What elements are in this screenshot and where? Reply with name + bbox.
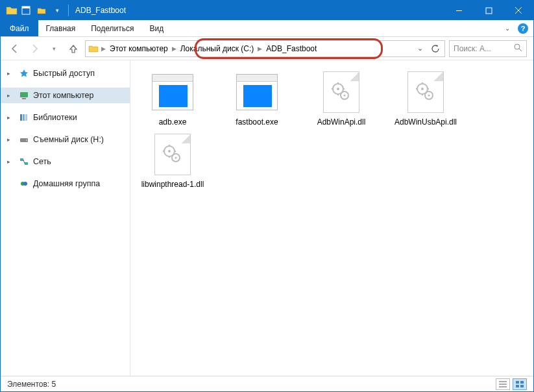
refresh-button[interactable] (428, 41, 443, 56)
icons-view-button[interactable] (513, 378, 527, 390)
svg-point-37 (168, 150, 171, 153)
up-button[interactable] (66, 41, 81, 56)
file-item[interactable]: libwinpthread-1.dll (137, 132, 208, 189)
svg-rect-9 (22, 98, 26, 99)
tab-share[interactable]: Поделиться (83, 20, 141, 36)
svg-rect-47 (516, 381, 519, 384)
quick-access-toolbar: ▾ (1, 3, 64, 18)
svg-rect-8 (20, 92, 28, 97)
chevron-right-icon[interactable]: ▸ (7, 70, 10, 77)
nav-network[interactable]: ▸ Сеть (1, 154, 130, 169)
breadcrumb-root[interactable]: Этот компьютер (107, 41, 171, 56)
chevron-right-icon[interactable]: ▸ (7, 136, 10, 143)
chevron-right-icon[interactable]: ▸ (7, 92, 10, 99)
search-placeholder: Поиск: A... (454, 44, 491, 53)
item-count-label: Элементов: 5 (7, 380, 56, 389)
back-button[interactable] (7, 41, 23, 56)
svg-rect-3 (486, 8, 492, 14)
svg-rect-10 (20, 114, 22, 121)
svg-point-19 (23, 182, 27, 186)
dll-icon (323, 71, 359, 113)
file-name: fastboot.exe (236, 117, 278, 127)
tab-view[interactable]: Вид (141, 20, 171, 36)
svg-point-29 (421, 88, 424, 90)
breadcrumb-drive[interactable]: Локальный диск (C:) (178, 41, 257, 56)
nav-label: Этот компьютер (33, 91, 93, 100)
dll-icon (407, 71, 444, 113)
svg-point-39 (175, 157, 177, 159)
svg-rect-12 (25, 114, 27, 121)
svg-line-17 (23, 160, 25, 164)
nav-label: Домашняя группа (33, 179, 100, 188)
homegroup-icon (19, 178, 29, 189)
ribbon-expand-icon[interactable]: ⌄ (501, 22, 514, 35)
exe-icon (236, 74, 278, 110)
nav-label: Сеть (33, 157, 51, 166)
details-view-button[interactable] (496, 378, 510, 390)
close-button[interactable] (504, 1, 533, 20)
exe-icon (152, 74, 193, 110)
tab-home[interactable]: Главная (38, 20, 84, 36)
divider (68, 5, 69, 16)
search-input[interactable]: Поиск: A... (449, 40, 527, 57)
svg-line-7 (519, 49, 522, 51)
computer-icon (19, 90, 29, 101)
window-controls (444, 1, 533, 20)
svg-point-21 (337, 88, 339, 90)
search-icon (514, 43, 522, 54)
status-bar: Элементов: 5 (1, 376, 533, 391)
file-item[interactable]: adb.exe (137, 69, 208, 127)
forward-button[interactable] (27, 41, 42, 56)
nav-removable-disk[interactable]: ▸ Съемный диск (H:) (1, 132, 130, 147)
star-icon (19, 68, 29, 79)
recent-locations-icon[interactable]: ▾ (46, 41, 62, 56)
svg-rect-11 (23, 114, 25, 121)
nav-quick-access[interactable]: ▸ Быстрый доступ (1, 66, 130, 81)
svg-rect-49 (516, 385, 519, 387)
address-bar[interactable]: ▶ Этот компьютер ▶ Локальный диск (C:) ▶… (85, 40, 445, 57)
title-bar: ▾ ADB_Fastboot (1, 1, 533, 20)
file-name: AdbWinUsbApi.dll (394, 117, 457, 127)
nav-label: Быстрый доступ (33, 69, 95, 78)
network-icon (19, 156, 29, 167)
file-tab[interactable]: Файл (1, 20, 38, 36)
file-item[interactable]: AdbWinApi.dll (306, 69, 377, 127)
svg-rect-15 (20, 158, 23, 161)
chevron-right-icon[interactable]: ▶ (171, 45, 178, 52)
chevron-right-icon[interactable]: ▶ (100, 45, 107, 52)
drive-icon (19, 134, 29, 145)
nav-libraries[interactable]: ▸ Библиотеки (1, 110, 130, 125)
nav-homegroup[interactable]: Домашняя группа (1, 176, 130, 191)
chevron-right-icon[interactable]: ▸ (7, 114, 10, 121)
svg-rect-48 (520, 381, 524, 384)
address-dropdown-icon[interactable]: ⌄ (412, 41, 428, 56)
qat-dropdown-icon[interactable]: ▾ (50, 3, 64, 18)
file-list[interactable]: adb.exefastboot.exeAdbWinApi.dllAdbWinUs… (130, 60, 533, 376)
file-name: adb.exe (159, 117, 187, 127)
properties-icon[interactable] (19, 3, 33, 18)
chevron-right-icon[interactable]: ▸ (7, 158, 10, 165)
file-name: libwinpthread-1.dll (141, 180, 204, 189)
file-item[interactable]: fastboot.exe (221, 69, 293, 127)
svg-point-14 (26, 140, 27, 141)
file-item[interactable]: AdbWinUsbApi.dll (390, 69, 461, 127)
maximize-button[interactable] (474, 1, 504, 20)
nav-this-pc[interactable]: ▸ Этот компьютер (1, 88, 130, 103)
svg-rect-16 (25, 162, 28, 165)
breadcrumb-folder[interactable]: ADB_Fastboot (263, 41, 319, 56)
svg-point-31 (428, 95, 430, 97)
libraries-icon (19, 112, 29, 123)
svg-point-6 (515, 44, 520, 49)
nav-label: Съемный диск (H:) (33, 135, 104, 144)
new-folder-icon[interactable] (34, 3, 49, 18)
folder-icon (87, 44, 100, 53)
minimize-button[interactable] (444, 1, 474, 20)
help-icon[interactable]: ? (518, 23, 528, 34)
ribbon-tabs: Файл Главная Поделиться Вид ⌄ ? (1, 20, 533, 37)
svg-rect-50 (520, 385, 524, 387)
address-toolbar: ▾ ▶ Этот компьютер ▶ Локальный диск (C:)… (1, 37, 533, 60)
folder-icon (6, 5, 18, 16)
svg-point-23 (344, 95, 346, 97)
explorer-window: ▾ ADB_Fastboot Файл Главная Поделиться В… (0, 0, 534, 392)
chevron-right-icon[interactable]: ▶ (256, 45, 263, 52)
